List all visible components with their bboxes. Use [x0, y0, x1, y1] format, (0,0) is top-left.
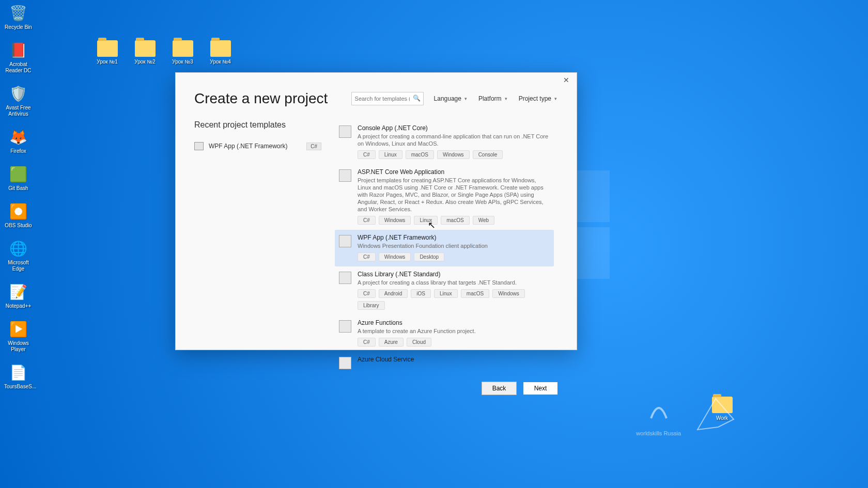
- recent-templates-panel: Recent project templates WPF App (.NET F…: [194, 120, 321, 374]
- template-description: Windows Presentation Foundation client a…: [358, 242, 550, 249]
- folder-label: Урок №4: [206, 59, 235, 65]
- folder-icon: [173, 40, 193, 57]
- firefox-icon: 🦊: [8, 127, 29, 147]
- desktop-icon-label: ToursBaseS...: [4, 384, 33, 390]
- desktop-icon-label: Recycle Bin: [4, 24, 33, 30]
- globe-icon: [339, 169, 351, 182]
- desktop-icon-label: Git Bash: [4, 185, 33, 192]
- create-project-dialog: ✕ Create a new project 🔍 Language Platfo…: [175, 72, 577, 350]
- template-list[interactable]: Console App (.NET Core) A project for cr…: [335, 120, 558, 374]
- wmp-icon: ▶️: [8, 319, 29, 339]
- desktop-icon-label: Avast Free Antivirus: [4, 105, 33, 117]
- folder-icon: [97, 40, 118, 57]
- template-tag: Windows: [492, 289, 525, 298]
- desktop-icon-wmp[interactable]: ▶️ Windows Player: [4, 319, 33, 353]
- template-tag: Windows: [379, 216, 411, 225]
- desktop-icon-avast[interactable]: 🛡️ Avast Free Antivirus: [4, 83, 33, 117]
- template-tag: C#: [358, 150, 376, 159]
- desktop-icon-label: Acrobat Reader DC: [4, 61, 33, 74]
- desktop-icon-edge[interactable]: 🌐 Microsoft Edge: [4, 238, 33, 272]
- template-item[interactable]: Azure Cloud Service: [335, 352, 554, 374]
- search-icon[interactable]: 🔍: [413, 95, 421, 102]
- template-tag: Linux: [379, 150, 402, 159]
- template-item[interactable]: WPF App (.NET Framework) Windows Present…: [335, 230, 554, 266]
- template-name: Class Library (.NET Standard): [358, 271, 550, 278]
- folder-label: Урок №2: [131, 59, 159, 65]
- desktop-folder-3[interactable]: Урок №3: [168, 40, 197, 65]
- folder-icon: [135, 40, 156, 57]
- desktop-icon-label: OBS Studio: [4, 223, 33, 229]
- avast-icon: 🛡️: [8, 83, 29, 104]
- template-tag: C#: [358, 216, 376, 225]
- recent-template-tag: C#: [306, 143, 321, 150]
- desktop-icon-notepadpp[interactable]: 📝 Notepad++: [4, 281, 33, 309]
- template-description: A template to create an Azure Function p…: [358, 327, 550, 335]
- template-name: Azure Cloud Service: [358, 356, 550, 363]
- desktop-folder-2[interactable]: Урок №2: [131, 40, 159, 65]
- template-tag: Linux: [434, 289, 458, 298]
- desktop-icon-obs[interactable]: ⏺️ OBS Studio: [4, 201, 33, 229]
- desktop-icon-toursbase[interactable]: 📄 ToursBaseS...: [4, 362, 33, 390]
- template-tag: C#: [358, 289, 376, 298]
- template-tag: Cloud: [407, 338, 431, 347]
- template-tag: Azure: [379, 338, 404, 347]
- recycle-bin-icon: 🗑️: [8, 3, 29, 23]
- folder-label: Урок №3: [168, 59, 197, 65]
- obs-icon: ⏺️: [8, 201, 29, 222]
- template-tag: iOS: [411, 289, 431, 298]
- desktop-icon-git-bash[interactable]: 🟩 Git Bash: [4, 164, 33, 192]
- desktop-folder-4[interactable]: Урок №4: [206, 40, 235, 65]
- template-name: Console App (.NET Core): [358, 124, 550, 132]
- template-item[interactable]: Class Library (.NET Standard) A project …: [335, 266, 554, 315]
- desktop-icon-label: Firefox: [4, 148, 33, 154]
- wpf-icon: [339, 235, 351, 247]
- template-description: A project for creating a class library t…: [358, 279, 550, 286]
- template-tag: Library: [358, 301, 385, 310]
- desktop-icon-firefox[interactable]: 🦊 Firefox: [4, 127, 33, 154]
- filter-project-type[interactable]: Project type: [518, 93, 558, 104]
- template-tag: C#: [358, 253, 376, 261]
- toursbase-icon: 📄: [8, 362, 29, 383]
- template-tag: Windows: [379, 253, 411, 261]
- folder-label: Урок №1: [93, 59, 121, 65]
- template-tag: C#: [358, 338, 376, 347]
- desktop-icon-label: Notepad++: [4, 303, 33, 309]
- template-tag: Web: [473, 216, 494, 225]
- template-description: A project for creating a command-line ap…: [358, 133, 550, 147]
- search-box: 🔍: [351, 92, 424, 105]
- notepadpp-icon: 📝: [8, 281, 29, 302]
- recent-template-label: WPF App (.NET Framework): [209, 143, 301, 150]
- desktop-icon-acrobat[interactable]: 📕 Acrobat Reader DC: [4, 40, 33, 74]
- template-item[interactable]: Azure Functions A template to create an …: [335, 315, 554, 352]
- worldskills-logo: worldskills Russia: [636, 392, 681, 436]
- dialog-title: Create a new project: [194, 90, 328, 107]
- close-button[interactable]: ✕: [556, 73, 577, 87]
- template-name: WPF App (.NET Framework): [358, 234, 550, 241]
- filter-platform[interactable]: Platform: [477, 93, 508, 104]
- template-name: ASP.NET Core Web Application: [358, 168, 550, 176]
- azure-fn-icon: [339, 320, 351, 333]
- template-tag: Console: [473, 150, 503, 159]
- template-tag: Desktop: [414, 253, 444, 261]
- recent-header: Recent project templates: [194, 120, 321, 130]
- template-name: Azure Functions: [358, 319, 550, 326]
- rossiya-logo: [692, 393, 739, 436]
- template-tag: Android: [379, 289, 408, 298]
- cloud-icon: [339, 357, 351, 369]
- desktop-icon-recycle-bin[interactable]: 🗑️ Recycle Bin: [4, 3, 33, 30]
- desktop-folder-1[interactable]: Урок №1: [93, 40, 121, 65]
- desktop-icon-label: Windows Player: [4, 340, 33, 353]
- dialog-titlebar: ✕: [176, 73, 577, 87]
- template-description: Project templates for creating ASP.NET C…: [358, 177, 550, 213]
- template-item[interactable]: ASP.NET Core Web Application Project tem…: [335, 164, 554, 230]
- close-icon: ✕: [563, 76, 569, 84]
- template-item[interactable]: Console App (.NET Core) A project for cr…: [335, 120, 554, 164]
- next-button[interactable]: Next: [523, 382, 558, 395]
- recent-template-item[interactable]: WPF App (.NET Framework) C#: [194, 139, 321, 153]
- back-button[interactable]: Back: [482, 382, 517, 395]
- desktop-icon-label: Microsoft Edge: [4, 260, 33, 272]
- template-tag: Linux: [414, 216, 438, 225]
- filter-language[interactable]: Language: [433, 93, 468, 104]
- template-tag: Windows: [437, 150, 470, 159]
- template-tag: macOS: [441, 216, 469, 225]
